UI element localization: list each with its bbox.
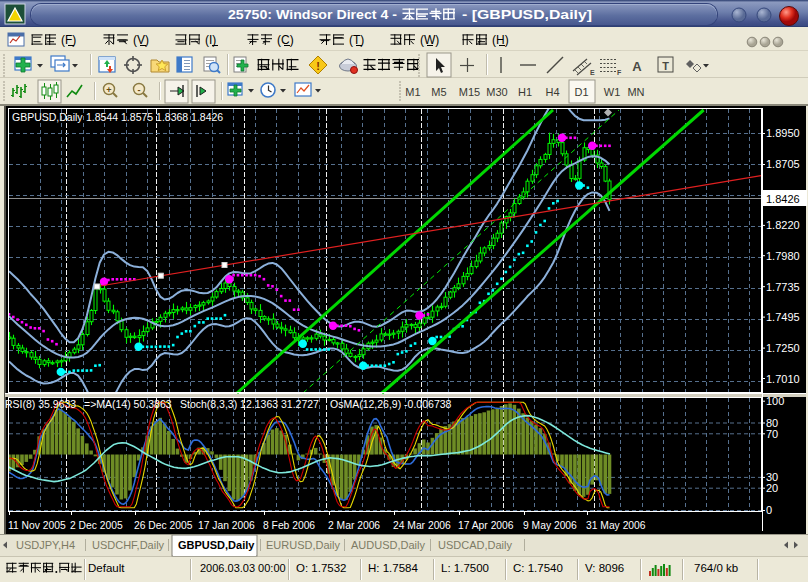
svg-text:C: 1.7540: C: 1.7540 — [513, 562, 563, 574]
svg-text:1.8950: 1.8950 — [766, 127, 800, 139]
svg-text:GBPUSD,Daily: GBPUSD,Daily — [178, 539, 255, 551]
svg-text:W1: W1 — [604, 86, 621, 98]
svg-text:+: + — [106, 85, 111, 95]
svg-text:2 Dec 2005: 2 Dec 2005 — [70, 520, 123, 531]
svg-text:EURUSD,Daily: EURUSD,Daily — [266, 539, 340, 551]
svg-text:764/0 kb: 764/0 kb — [694, 562, 738, 574]
svg-text:OsMA(12,26,9) -0.006738: OsMA(12,26,9) -0.006738 — [330, 398, 452, 410]
svg-text:L: 1.7500: L: 1.7500 — [441, 562, 489, 574]
svg-text:USDCHF,Daily: USDCHF,Daily — [92, 539, 165, 551]
svg-text:1.8220: 1.8220 — [766, 219, 800, 231]
svg-text:25750: Windsor Direct 4 -: 25750: Windsor Direct 4 - — [228, 7, 397, 22]
svg-text:M5: M5 — [431, 86, 446, 98]
svg-text:1.7010: 1.7010 — [766, 373, 800, 385]
svg-text:Default: Default — [88, 562, 125, 574]
svg-text:17 Apr 2006: 17 Apr 2006 — [458, 520, 514, 531]
svg-text:RSI(8) 35.9633: RSI(8) 35.9633 — [5, 398, 76, 410]
svg-text:(C): (C) — [277, 33, 294, 47]
svg-text:Stoch(8,3,3) 12.1363 31.2727: Stoch(8,3,3) 12.1363 31.2727 — [180, 398, 319, 410]
svg-text:-: - — [138, 85, 141, 95]
svg-text:H1: H1 — [518, 86, 532, 98]
svg-text:31 May 2006: 31 May 2006 — [586, 520, 646, 531]
svg-text:1.8426: 1.8426 — [766, 193, 800, 205]
svg-text:MN: MN — [627, 86, 644, 98]
svg-text:O: 1.7532: O: 1.7532 — [296, 562, 347, 574]
svg-text:100: 100 — [766, 395, 784, 407]
svg-text:(F): (F) — [61, 33, 76, 47]
svg-text:(T): (T) — [349, 33, 364, 47]
svg-text:V: 8096: V: 8096 — [585, 562, 624, 574]
svg-text:26 Dec 2005: 26 Dec 2005 — [134, 520, 193, 531]
svg-text:2 Mar 2006: 2 Mar 2006 — [328, 520, 380, 531]
svg-text:T: T — [662, 60, 669, 72]
svg-text:1.7495: 1.7495 — [766, 311, 800, 323]
svg-text:1.7735: 1.7735 — [766, 281, 800, 293]
svg-text:!: ! — [316, 60, 320, 72]
svg-text:USDJPY,H4: USDJPY,H4 — [16, 539, 75, 551]
svg-text:H4: H4 — [545, 86, 559, 98]
svg-text:(I): (I) — [205, 33, 216, 47]
svg-text:- [GBPUSD,Daily]: - [GBPUSD,Daily] — [462, 7, 592, 22]
svg-text:A: A — [632, 59, 642, 74]
svg-text:24 Mar 2006: 24 Mar 2006 — [393, 520, 451, 531]
svg-text:(V): (V) — [133, 33, 149, 47]
svg-text:GBPUSD,Daily: GBPUSD,Daily — [12, 111, 83, 123]
svg-text:AUDUSD,Daily: AUDUSD,Daily — [351, 539, 425, 551]
svg-text:(W): (W) — [420, 33, 439, 47]
svg-text:E: E — [590, 69, 595, 76]
svg-text:1.7980: 1.7980 — [766, 250, 800, 262]
svg-text:H: 1.7584: H: 1.7584 — [368, 562, 418, 574]
svg-text:M30: M30 — [486, 86, 507, 98]
svg-text:8 Feb 2006: 8 Feb 2006 — [263, 520, 315, 531]
svg-text:M1: M1 — [405, 86, 420, 98]
svg-text:1.8705: 1.8705 — [766, 158, 800, 170]
svg-text:17 Jan 2006: 17 Jan 2006 — [198, 520, 255, 531]
svg-text:F: F — [617, 69, 622, 76]
svg-text:M15: M15 — [459, 86, 480, 98]
svg-text:2006.03.03 00:00: 2006.03.03 00:00 — [200, 562, 286, 574]
svg-text:USDCAD,Daily: USDCAD,Daily — [438, 539, 512, 551]
svg-text:9 May 2006: 9 May 2006 — [523, 520, 577, 531]
svg-text:1.7250: 1.7250 — [766, 342, 800, 354]
svg-text:70: 70 — [766, 428, 778, 440]
svg-text:11 Nov 2005: 11 Nov 2005 — [8, 520, 66, 531]
svg-text:1.8544 1.8575 1.8368 1.8426: 1.8544 1.8575 1.8368 1.8426 — [86, 111, 223, 123]
svg-text:(H): (H) — [492, 33, 509, 47]
svg-text:20: 20 — [766, 482, 778, 494]
svg-text:0: 0 — [766, 504, 772, 516]
svg-text:=>MA(14) 50.3863: =>MA(14) 50.3863 — [84, 398, 172, 410]
svg-text:D1: D1 — [574, 86, 588, 98]
